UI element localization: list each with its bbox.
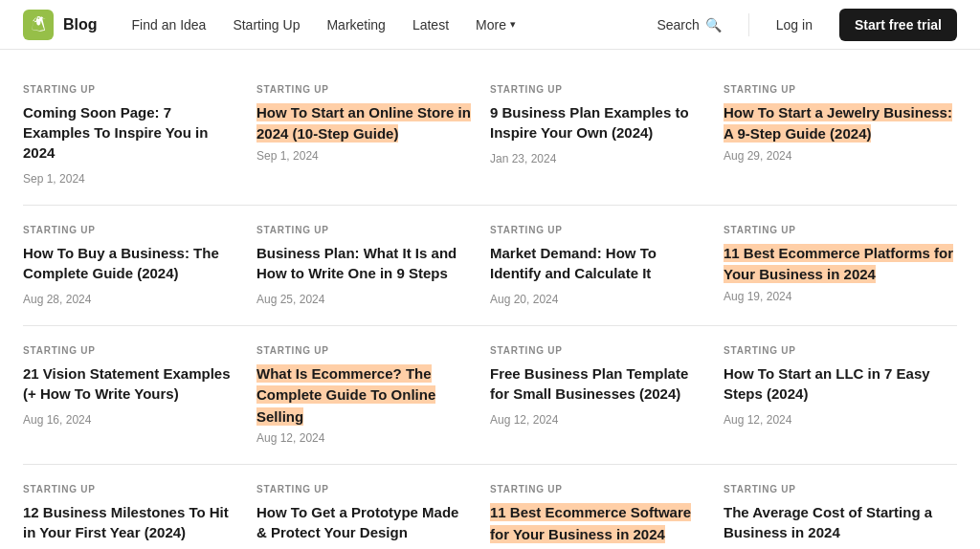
article-card-6[interactable]: STARTING UPMarket Demand: How To Identif…: [490, 206, 724, 326]
article-card-7[interactable]: STARTING UP11 Best Ecommerce Platforms f…: [724, 206, 957, 326]
shopify-logo-icon: [23, 10, 54, 40]
category-label: STARTING UP: [23, 225, 237, 235]
card-title: Market Demand: How To Identify and Calcu…: [490, 243, 704, 283]
category-label: STARTING UP: [256, 84, 471, 95]
category-label: STARTING UP: [256, 345, 471, 356]
article-card-5[interactable]: STARTING UPBusiness Plan: What It Is and…: [256, 206, 490, 326]
card-date: Aug 29, 2024: [724, 149, 957, 163]
category-label: STARTING UP: [23, 345, 237, 356]
blog-title: Blog: [63, 16, 98, 33]
login-button[interactable]: Log in: [765, 10, 824, 40]
article-card-4[interactable]: STARTING UPHow To Buy a Business: The Co…: [23, 206, 256, 326]
card-title: 11 Best Ecommerce Platforms for Your Bus…: [724, 243, 957, 286]
start-trial-button[interactable]: Start free trial: [839, 9, 957, 41]
search-button[interactable]: Search 🔍: [645, 10, 732, 40]
card-date: Jan 23, 2024: [490, 152, 704, 165]
category-label: STARTING UP: [724, 225, 957, 235]
card-title: 12 Business Milestones To Hit in Your Fi…: [23, 502, 237, 542]
category-label: STARTING UP: [490, 484, 704, 494]
header: Blog Find an Idea Starting Up Marketing …: [0, 0, 980, 50]
card-date: Aug 20, 2024: [490, 293, 704, 306]
category-label: STARTING UP: [256, 225, 471, 235]
card-title: The Average Cost of Starting a Business …: [724, 502, 957, 542]
category-label: STARTING UP: [724, 345, 957, 356]
article-card-13[interactable]: STARTING UPHow To Get a Prototype Made &…: [256, 465, 490, 549]
logo-area[interactable]: Blog: [23, 10, 98, 40]
nav-starting-up[interactable]: Starting Up: [221, 10, 311, 40]
card-title: 21 Vision Statement Examples (+ How To W…: [23, 363, 237, 404]
search-label: Search: [657, 17, 699, 33]
chevron-down-icon: ▾: [510, 18, 516, 31]
nav-find-idea[interactable]: Find an Idea: [121, 10, 218, 40]
card-title: How To Start an Online Store in 2024 (10…: [256, 102, 471, 145]
article-card-1[interactable]: STARTING UPHow To Start an Online Store …: [256, 65, 490, 206]
card-title: Coming Soon Page: 7 Examples To Inspire …: [23, 102, 237, 163]
header-right: Search 🔍 Log in Start free trial: [645, 9, 957, 41]
header-divider: [748, 13, 749, 36]
card-date: Aug 12, 2024: [490, 413, 704, 427]
article-card-8[interactable]: STARTING UP21 Vision Statement Examples …: [23, 326, 256, 465]
search-icon: 🔍: [705, 17, 722, 33]
card-date: Sep 1, 2024: [23, 172, 237, 186]
card-title: What Is Ecommerce? The Complete Guide To…: [256, 363, 471, 428]
card-title: 11 Best Ecommerce Software for Your Busi…: [490, 502, 704, 545]
category-label: STARTING UP: [724, 484, 957, 494]
category-label: STARTING UP: [23, 484, 237, 494]
card-title: How To Get a Prototype Made & Protect Yo…: [256, 502, 471, 542]
card-date: Aug 12, 2024: [256, 431, 471, 445]
card-date: Sep 1, 2024: [256, 149, 471, 163]
card-title: 9 Business Plan Examples to Inspire Your…: [490, 102, 704, 143]
category-label: STARTING UP: [256, 484, 471, 494]
nav-latest[interactable]: Latest: [401, 10, 460, 40]
category-label: STARTING UP: [724, 84, 957, 95]
article-card-11[interactable]: STARTING UPHow To Start an LLC in 7 Easy…: [724, 326, 957, 465]
card-title: Free Business Plan Template for Small Bu…: [490, 363, 704, 404]
card-title: How To Start an LLC in 7 Easy Steps (202…: [724, 363, 957, 404]
category-label: STARTING UP: [490, 84, 704, 95]
article-card-14[interactable]: STARTING UP11 Best Ecommerce Software fo…: [490, 465, 724, 549]
article-card-3[interactable]: STARTING UPHow To Start a Jewelry Busine…: [724, 65, 957, 206]
category-label: STARTING UP: [490, 225, 704, 235]
card-date: Aug 28, 2024: [23, 293, 237, 306]
nav-more[interactable]: More ▾: [464, 10, 527, 40]
card-title: How To Start a Jewelry Business: A 9-Ste…: [724, 102, 957, 145]
card-date: Aug 16, 2024: [23, 413, 237, 427]
card-title: How To Buy a Business: The Complete Guid…: [23, 243, 237, 283]
card-date: Aug 12, 2024: [724, 413, 957, 427]
articles-grid: STARTING UPComing Soon Page: 7 Examples …: [23, 65, 957, 549]
article-card-2[interactable]: STARTING UP9 Business Plan Examples to I…: [490, 65, 724, 206]
category-label: STARTING UP: [23, 84, 237, 95]
article-card-15[interactable]: STARTING UPThe Average Cost of Starting …: [724, 465, 957, 549]
category-label: STARTING UP: [490, 345, 704, 356]
card-date: Aug 19, 2024: [724, 290, 957, 303]
content-area: STARTING UPComing Soon Page: 7 Examples …: [0, 50, 980, 549]
article-card-12[interactable]: STARTING UP12 Business Milestones To Hit…: [23, 465, 256, 549]
article-card-0[interactable]: STARTING UPComing Soon Page: 7 Examples …: [23, 65, 256, 206]
card-title: Business Plan: What It Is and How to Wri…: [256, 243, 471, 283]
main-nav: Find an Idea Starting Up Marketing Lates…: [121, 10, 646, 40]
card-date: Aug 25, 2024: [256, 293, 471, 306]
article-card-10[interactable]: STARTING UPFree Business Plan Template f…: [490, 326, 724, 465]
nav-marketing[interactable]: Marketing: [315, 10, 396, 40]
article-card-9[interactable]: STARTING UPWhat Is Ecommerce? The Comple…: [256, 326, 490, 465]
